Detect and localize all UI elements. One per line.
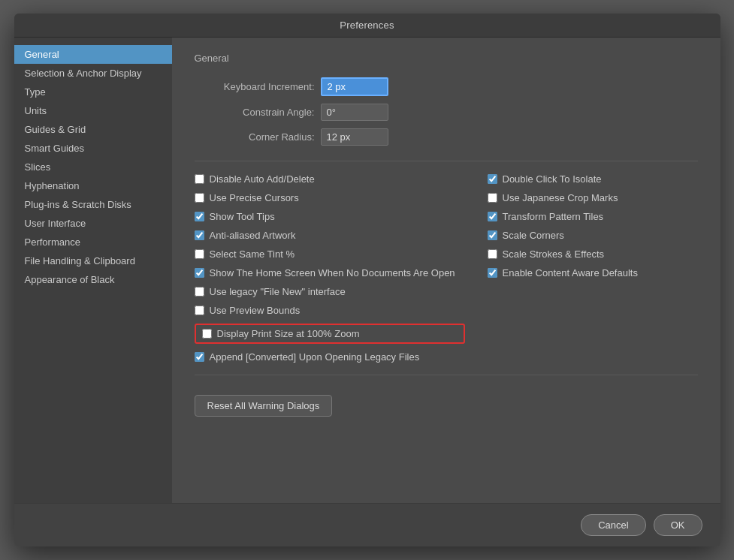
keyboard-increment-input[interactable] xyxy=(321,77,388,96)
cb-show-tooltips-label: Show Tool Tips xyxy=(210,211,275,222)
checkbox-col-left: Disable Auto Add/Delete Use Precise Curs… xyxy=(195,173,465,363)
footer: Cancel OK xyxy=(14,503,720,546)
cb-use-legacy-input[interactable] xyxy=(195,287,204,297)
cb-append-converted[interactable]: Append [Converted] Upon Opening Legacy F… xyxy=(195,351,465,363)
cb-use-precise-input[interactable] xyxy=(195,193,204,203)
keyboard-increment-row: Keyboard Increment: xyxy=(195,77,698,96)
cb-show-home-label: Show The Home Screen When No Documents A… xyxy=(210,267,455,278)
cb-select-same-tint-input[interactable] xyxy=(195,249,204,259)
cb-scale-corners[interactable]: Scale Corners xyxy=(488,230,698,241)
cb-anti-aliased-input[interactable] xyxy=(195,230,204,240)
sidebar-item-plugins[interactable]: Plug-ins & Scratch Disks xyxy=(14,195,172,214)
sidebar-item-selection[interactable]: Selection & Anchor Display xyxy=(14,64,172,83)
cb-display-print-size-label: Display Print Size at 100% Zoom xyxy=(217,328,360,339)
cb-show-home[interactable]: Show The Home Screen When No Documents A… xyxy=(195,267,465,278)
keyboard-increment-label: Keyboard Increment: xyxy=(195,81,315,92)
cb-double-click-label: Double Click To Isolate xyxy=(503,173,602,185)
cb-enable-content-aware-input[interactable] xyxy=(488,268,497,278)
cb-show-tooltips[interactable]: Show Tool Tips xyxy=(195,211,465,222)
sidebar-item-smart-guides[interactable]: Smart Guides xyxy=(14,139,172,158)
main-panel: General Keyboard Increment: Constrain An… xyxy=(172,38,720,503)
checkboxes-area: Disable Auto Add/Delete Use Precise Curs… xyxy=(195,173,698,363)
corner-radius-row: Corner Radius: xyxy=(195,128,698,146)
cb-display-print-size[interactable]: Display Print Size at 100% Zoom xyxy=(195,324,465,344)
cb-scale-strokes-label: Scale Strokes & Effects xyxy=(503,248,605,260)
cb-double-click[interactable]: Double Click To Isolate xyxy=(488,173,698,185)
content-area: GeneralSelection & Anchor DisplayTypeUni… xyxy=(14,38,720,503)
cb-scale-strokes-input[interactable] xyxy=(488,249,497,259)
cb-disable-auto-label: Disable Auto Add/Delete xyxy=(210,173,315,185)
dialog-title: Preferences xyxy=(340,20,394,31)
fields-group: Keyboard Increment: Constrain Angle: Cor… xyxy=(195,77,698,146)
corner-radius-input[interactable] xyxy=(321,128,388,146)
sidebar-item-general[interactable]: General xyxy=(14,45,172,64)
cb-use-preview[interactable]: Use Preview Bounds xyxy=(195,305,465,316)
constrain-angle-label: Constrain Angle: xyxy=(195,107,315,118)
cb-use-preview-label: Use Preview Bounds xyxy=(210,305,301,316)
cb-display-print-size-input[interactable] xyxy=(202,329,212,339)
cb-use-precise-label: Use Precise Cursors xyxy=(210,192,299,203)
cb-disable-auto[interactable]: Disable Auto Add/Delete xyxy=(195,173,465,185)
cb-anti-aliased-label: Anti-aliased Artwork xyxy=(210,230,296,241)
cb-japanese-crop[interactable]: Use Japanese Crop Marks xyxy=(488,192,698,203)
cb-transform-pattern-input[interactable] xyxy=(488,212,497,221)
cb-append-converted-label: Append [Converted] Upon Opening Legacy F… xyxy=(210,351,420,363)
cb-enable-content-aware[interactable]: Enable Content Aware Defaults xyxy=(488,267,698,278)
cancel-button[interactable]: Cancel xyxy=(581,514,645,536)
sidebar: GeneralSelection & Anchor DisplayTypeUni… xyxy=(14,38,172,503)
sidebar-item-guides[interactable]: Guides & Grid xyxy=(14,120,172,139)
section-title: General xyxy=(195,53,698,64)
cb-use-preview-input[interactable] xyxy=(195,306,204,315)
sidebar-item-performance[interactable]: Performance xyxy=(14,233,172,251)
sidebar-item-file-handling[interactable]: File Handling & Clipboard xyxy=(14,251,172,270)
cb-disable-auto-input[interactable] xyxy=(195,174,204,184)
sidebar-item-hyphenation[interactable]: Hyphenation xyxy=(14,176,172,195)
sidebar-item-units[interactable]: Units xyxy=(14,101,172,120)
divider-2 xyxy=(195,375,698,375)
cb-show-home-input[interactable] xyxy=(195,268,204,278)
sidebar-item-appearance[interactable]: Appearance of Black xyxy=(14,270,172,289)
cb-use-legacy[interactable]: Use legacy "File New" interface xyxy=(195,286,465,297)
cb-anti-aliased[interactable]: Anti-aliased Artwork xyxy=(195,230,465,241)
reset-warnings-button[interactable]: Reset All Warning Dialogs xyxy=(195,395,333,417)
cb-transform-pattern-label: Transform Pattern Tiles xyxy=(503,211,604,222)
corner-radius-label: Corner Radius: xyxy=(195,131,315,143)
cb-scale-strokes[interactable]: Scale Strokes & Effects xyxy=(488,248,698,260)
cb-select-same-tint-label: Select Same Tint % xyxy=(210,248,295,260)
cb-scale-corners-label: Scale Corners xyxy=(503,230,564,241)
cb-double-click-input[interactable] xyxy=(488,174,497,184)
cb-japanese-crop-input[interactable] xyxy=(488,193,497,203)
cb-use-precise[interactable]: Use Precise Cursors xyxy=(195,192,465,203)
sidebar-item-type[interactable]: Type xyxy=(14,83,172,101)
constrain-angle-input[interactable] xyxy=(321,104,388,121)
checkbox-col-right: Double Click To Isolate Use Japanese Cro… xyxy=(488,173,698,363)
title-bar: Preferences xyxy=(14,14,720,38)
cb-append-converted-input[interactable] xyxy=(195,352,204,362)
cb-japanese-crop-label: Use Japanese Crop Marks xyxy=(503,192,618,203)
sidebar-item-slices[interactable]: Slices xyxy=(14,158,172,176)
ok-button[interactable]: OK xyxy=(654,514,702,536)
constrain-angle-row: Constrain Angle: xyxy=(195,104,698,121)
cb-transform-pattern[interactable]: Transform Pattern Tiles xyxy=(488,211,698,222)
cb-enable-content-aware-label: Enable Content Aware Defaults xyxy=(503,267,638,278)
preferences-dialog: Preferences GeneralSelection & Anchor Di… xyxy=(14,14,720,546)
cb-show-tooltips-input[interactable] xyxy=(195,212,204,221)
cb-select-same-tint[interactable]: Select Same Tint % xyxy=(195,248,465,260)
divider xyxy=(195,161,698,161)
cb-scale-corners-input[interactable] xyxy=(488,230,497,240)
cb-use-legacy-label: Use legacy "File New" interface xyxy=(210,286,346,297)
sidebar-item-user-interface[interactable]: User Interface xyxy=(14,214,172,233)
